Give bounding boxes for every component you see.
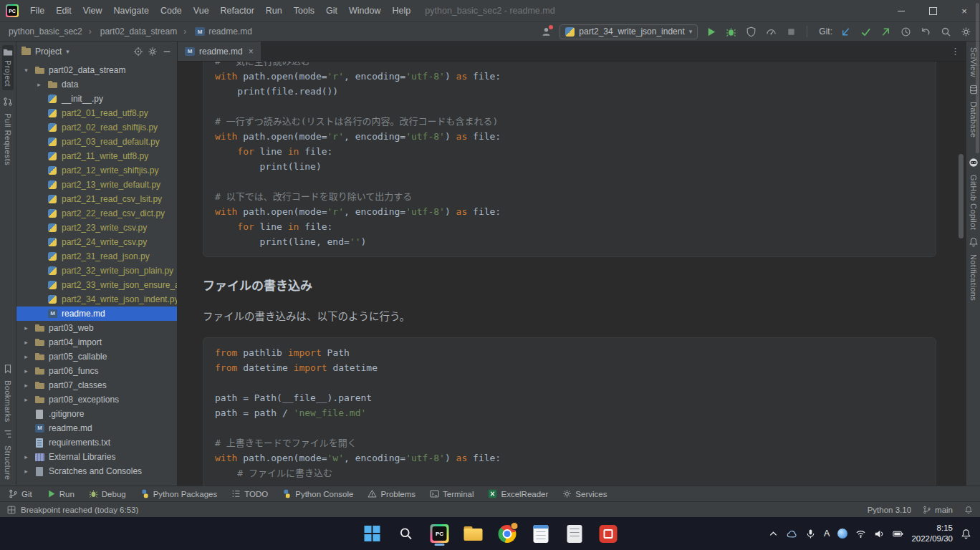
tray-chevron-up-icon[interactable] bbox=[768, 529, 779, 539]
tree-row[interactable]: part03_web bbox=[16, 321, 177, 335]
tree-row[interactable]: part2_03_read_default.py bbox=[16, 135, 177, 149]
tool-stripe-pull-requests[interactable]: Pull Requests bbox=[4, 113, 12, 165]
taskbar-chrome-button[interactable] bbox=[496, 521, 518, 546]
hide-panel-icon[interactable] bbox=[162, 47, 172, 57]
bottom-tool-button[interactable]: Python Console bbox=[282, 489, 353, 498]
profile-icon[interactable] bbox=[539, 25, 553, 39]
taskbar-clock[interactable]: 8:15 2022/09/30 bbox=[911, 523, 953, 544]
stop-button[interactable] bbox=[784, 25, 798, 39]
run-configuration-select[interactable]: part2_34_write_json_indent ▾ bbox=[559, 24, 698, 39]
bookmark-icon[interactable] bbox=[3, 364, 13, 374]
menu-item[interactable]: Help bbox=[386, 3, 416, 19]
git-branch-widget[interactable]: main bbox=[923, 506, 953, 514]
profiler-button[interactable] bbox=[764, 25, 778, 39]
menu-item[interactable]: Run bbox=[260, 3, 288, 19]
tree-row[interactable]: part2_32_write_json_plain.py bbox=[16, 264, 177, 278]
tree-expand-arrow[interactable] bbox=[21, 367, 31, 375]
tree-row[interactable]: part2_11_write_utf8.py bbox=[16, 149, 177, 163]
tree-row[interactable]: part05_callable bbox=[16, 349, 177, 364]
editor-scrollbar[interactable] bbox=[959, 154, 964, 238]
cortana-icon[interactable] bbox=[837, 529, 847, 539]
tree-row[interactable]: Scratches and Consoles bbox=[16, 464, 177, 478]
tree-row[interactable]: readme.md bbox=[16, 421, 177, 435]
tree-row[interactable]: part02_data_stream bbox=[16, 63, 177, 77]
breadcrumb-item[interactable]: M readme.md bbox=[178, 25, 254, 38]
tree-row[interactable]: readme.md bbox=[16, 307, 177, 321]
tab-close-icon[interactable]: × bbox=[249, 47, 254, 57]
menu-item[interactable]: Vue bbox=[188, 3, 215, 19]
breadcrumb-item[interactable]: M part02_data_stream bbox=[84, 25, 178, 38]
tree-row[interactable]: part2_01_read_utf8.py bbox=[16, 106, 177, 120]
bottom-tool-button[interactable]: Problems bbox=[368, 489, 415, 498]
git-update-button[interactable] bbox=[839, 25, 852, 39]
tree-expand-arrow[interactable] bbox=[21, 453, 31, 460]
ime-indicator[interactable]: A bbox=[824, 529, 830, 539]
tool-window-switcher-icon[interactable] bbox=[7, 506, 16, 514]
tree-row[interactable]: data bbox=[16, 77, 177, 92]
tree-row[interactable]: part2_22_read_csv_dict.py bbox=[16, 206, 177, 221]
tool-stripe-project[interactable]: Project bbox=[2, 45, 14, 90]
tree-expand-arrow[interactable] bbox=[34, 81, 44, 88]
onedrive-cloud-icon[interactable] bbox=[787, 529, 797, 539]
tree-row[interactable]: .gitignore bbox=[16, 407, 177, 421]
project-scrollbar[interactable] bbox=[976, 3, 979, 153]
start-button[interactable] bbox=[362, 521, 383, 546]
menu-item[interactable]: Refactor bbox=[215, 3, 260, 19]
bottom-tool-button[interactable]: Git bbox=[9, 489, 32, 498]
locate-file-icon[interactable] bbox=[133, 47, 143, 57]
menu-item[interactable]: Code bbox=[155, 3, 188, 19]
tool-stripe-structure[interactable]: Structure bbox=[4, 445, 12, 480]
tool-stripe-bookmarks[interactable]: Bookmarks bbox=[4, 380, 12, 423]
wifi-icon[interactable] bbox=[855, 529, 866, 539]
taskbar-document-app-button[interactable] bbox=[564, 521, 585, 546]
menu-item[interactable]: Navigate bbox=[108, 3, 155, 19]
taskbar-search-button[interactable] bbox=[395, 521, 417, 546]
structure-icon[interactable] bbox=[3, 429, 13, 439]
bottom-tool-button[interactable]: TODO bbox=[231, 489, 268, 498]
panel-settings-gear-icon[interactable] bbox=[148, 47, 158, 57]
notification-center-bell-icon[interactable] bbox=[961, 529, 971, 539]
tab-options-kebab-icon[interactable]: ⋮ bbox=[945, 42, 966, 61]
maximize-button[interactable] bbox=[917, 0, 948, 21]
tree-expand-arrow[interactable] bbox=[21, 396, 31, 403]
bottom-tool-button[interactable]: Terminal bbox=[430, 489, 474, 498]
tree-row[interactable]: part2_12_write_shiftjis.py bbox=[16, 163, 177, 178]
tree-expand-arrow[interactable] bbox=[21, 67, 31, 74]
status-message[interactable]: Breakpoint reached (today 6:53) bbox=[21, 506, 138, 514]
microphone-icon[interactable] bbox=[805, 529, 816, 539]
menu-item[interactable]: Edit bbox=[50, 3, 77, 19]
tree-row[interactable]: part2_23_write_csv.py bbox=[16, 221, 177, 235]
tree-expand-arrow[interactable] bbox=[21, 324, 31, 332]
menu-item[interactable]: Tools bbox=[288, 3, 320, 19]
tool-stripe-notifications[interactable]: Notifications bbox=[969, 254, 978, 301]
tab-readme[interactable]: M readme.md × bbox=[178, 42, 261, 61]
menu-item[interactable]: Git bbox=[320, 3, 343, 19]
battery-icon[interactable] bbox=[893, 529, 903, 539]
tree-row[interactable]: part2_13_write_default.py bbox=[16, 178, 177, 192]
bottom-tool-button[interactable]: Debug bbox=[89, 489, 126, 498]
tree-expand-arrow[interactable] bbox=[21, 339, 31, 346]
chevron-down-icon[interactable]: ▾ bbox=[66, 48, 69, 55]
tree-row[interactable]: requirements.txt bbox=[16, 435, 177, 450]
github-copilot-icon[interactable] bbox=[969, 158, 979, 168]
bottom-tool-button[interactable]: ExcelReader bbox=[488, 489, 548, 498]
rollback-button[interactable] bbox=[919, 25, 933, 39]
bottom-tool-button[interactable]: Services bbox=[562, 489, 607, 498]
pull-requests-icon[interactable] bbox=[3, 97, 13, 107]
minimize-button[interactable] bbox=[885, 0, 917, 21]
tree-row[interactable]: part2_33_write_json_ensure_ascii.py bbox=[16, 278, 177, 292]
taskbar-red-app-button[interactable] bbox=[597, 521, 619, 546]
tool-stripe-copilot[interactable]: GitHub Copilot bbox=[969, 175, 978, 230]
run-button[interactable] bbox=[704, 25, 718, 39]
breadcrumb-item[interactable]: M python_basic_sec2 bbox=[7, 25, 84, 38]
tree-row[interactable]: part07_classes bbox=[16, 378, 177, 392]
taskbar-pycharm-button[interactable] bbox=[429, 521, 451, 546]
status-notifications-bell-icon[interactable] bbox=[964, 506, 973, 514]
volume-icon[interactable] bbox=[874, 529, 885, 539]
tree-row[interactable]: part2_02_read_shiftjis.py bbox=[16, 120, 177, 135]
tree-expand-arrow[interactable] bbox=[21, 468, 31, 475]
history-button[interactable] bbox=[899, 25, 913, 39]
menu-item[interactable]: File bbox=[24, 3, 50, 19]
coverage-button[interactable] bbox=[744, 25, 758, 39]
python-interpreter[interactable]: Python 3.10 bbox=[868, 506, 911, 514]
